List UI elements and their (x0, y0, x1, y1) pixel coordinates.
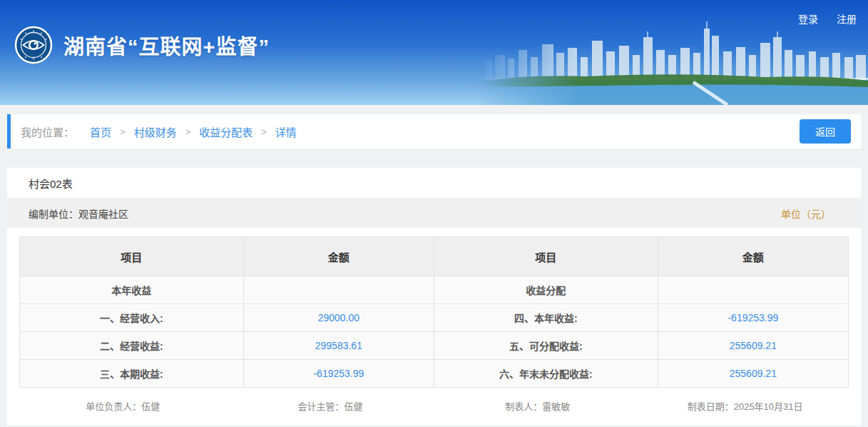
city-skyline-image (479, 16, 868, 105)
col-header-item-right: 项目 (434, 237, 658, 276)
prepared-by-unit: 编制单位：观音庵社区 (29, 206, 128, 221)
breadcrumb-separator: > (261, 126, 267, 137)
eye-emblem-logo-icon (14, 26, 53, 64)
col-header-amount-left: 金额 (243, 237, 434, 276)
breadcrumb-item-income-distribution[interactable]: 收益分配表 (199, 124, 252, 139)
table-row: 一、经营收入: 29000.00 四、本年收益: -619253.99 (20, 304, 849, 332)
income-distribution-table: 项目 金额 项目 金额 本年收益 收益分配 一、经营收入: 29000.00 四… (19, 236, 849, 388)
row-value: -619253.99 (243, 360, 434, 388)
site-brand[interactable]: 湖南省“互联网+监督” (14, 26, 270, 64)
breadcrumb-item-home[interactable]: 首页 (90, 124, 111, 139)
login-link[interactable]: 登录 (798, 11, 818, 26)
row-label: 三、本期收益: (20, 360, 244, 388)
breadcrumb-label: 我的位置： (21, 124, 74, 139)
table-row: 二、经营收益: 299583.61 五、可分配收益: 255609.21 (20, 332, 849, 360)
report-card: 村会02表 编制单位：观音庵社区 单位（元） 项目 金额 项目 金额 本年收益 (7, 168, 861, 426)
row-value: 255609.21 (658, 332, 848, 360)
accounting-supervisor: 会计主管：伍健 (227, 399, 434, 413)
site-title: 湖南省“互联网+监督” (63, 30, 270, 60)
currency-unit-note: 单位（元） (781, 206, 831, 221)
row-label: 一、经营收入: (20, 304, 244, 332)
row-label: 四、本年收益: (434, 304, 658, 332)
col-header-amount-right: 金额 (658, 237, 848, 276)
back-button[interactable]: 返回 (800, 119, 851, 144)
site-header: 登录 注册 湖南省“互联网+监督” (0, 0, 868, 105)
breadcrumb-item-village-finance[interactable]: 村级财务 (134, 124, 177, 139)
table-preparer: 制表人：雷敏敏 (434, 399, 642, 413)
row-label: 收益分配 (434, 276, 658, 304)
page-root: { "header": { "site_title": "湖南省“互联网+监督”… (0, 0, 868, 427)
breadcrumb-bar: 我的位置： 首页 > 村级财务 > 收益分配表 > 详情 返回 (7, 114, 861, 149)
auth-links: 登录 注册 (798, 11, 857, 26)
table-row: 三、本期收益: -619253.99 六、年末未分配收益: 255609.21 (20, 360, 849, 388)
col-header-item-left: 项目 (20, 237, 244, 276)
row-value: 299583.61 (243, 332, 434, 360)
breadcrumb-separator: > (185, 126, 191, 137)
form-code: 村会02表 (29, 176, 73, 191)
table-date: 制表日期：2025年10月31日 (641, 399, 849, 413)
row-value (243, 276, 434, 304)
breadcrumb-separator: > (120, 126, 126, 137)
row-value: 255609.21 (658, 360, 848, 388)
row-label: 五、可分配收益: (434, 332, 658, 360)
table-row: 本年收益 收益分配 (20, 276, 849, 304)
breadcrumb-item-detail[interactable]: 详情 (275, 124, 297, 139)
report-meta-row: 编制单位：观音庵社区 单位（元） (7, 199, 861, 228)
breadcrumb: 首页 > 村级财务 > 收益分配表 > 详情 (90, 124, 297, 139)
row-label: 本年收益 (20, 276, 244, 304)
table-header-row: 项目 金额 项目 金额 (20, 237, 849, 276)
row-label: 六、年末未分配收益: (434, 360, 658, 388)
register-link[interactable]: 注册 (837, 11, 857, 26)
unit-responsible-person: 单位负责人：伍健 (19, 399, 227, 413)
row-value (658, 276, 848, 304)
row-value: -619253.99 (658, 304, 848, 332)
row-value: 29000.00 (243, 304, 434, 332)
report-table-wrap: 项目 金额 项目 金额 本年收益 收益分配 一、经营收入: 29000.00 四… (19, 236, 849, 388)
report-signature-row: 单位负责人：伍健 会计主管：伍健 制表人：雷敏敏 制表日期：2025年10月31… (19, 388, 849, 424)
row-label: 二、经营收益: (20, 332, 244, 360)
form-code-row: 村会02表 (7, 168, 861, 199)
